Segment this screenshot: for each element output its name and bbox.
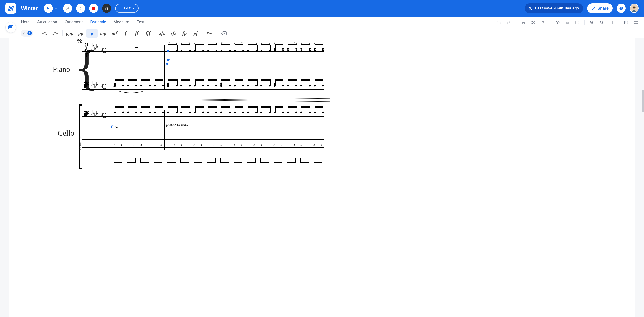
tab-fret[interactable]: 3 bbox=[306, 143, 308, 147]
tab-fret[interactable]: 3 bbox=[220, 143, 222, 147]
tab-fret[interactable]: 3 bbox=[253, 143, 255, 147]
decrescendo-button[interactable] bbox=[50, 29, 61, 38]
tab-fret[interactable]: 3 bbox=[213, 143, 215, 147]
rhythm-stem bbox=[176, 158, 176, 163]
zoom-in-button[interactable] bbox=[588, 18, 596, 27]
cello-expression[interactable]: poco cresc. bbox=[166, 121, 188, 127]
edit-mode-button[interactable]: Edit bbox=[115, 4, 138, 13]
midi-settings-button[interactable] bbox=[102, 4, 111, 13]
app-logo[interactable] bbox=[5, 3, 16, 14]
tab-fret[interactable]: 3 bbox=[186, 143, 188, 147]
rhythm-beam bbox=[127, 162, 136, 163]
tab-fret[interactable]: 3 bbox=[273, 143, 275, 147]
tab-fret[interactable]: 3 bbox=[293, 143, 295, 147]
tab-fret[interactable]: 3 bbox=[173, 143, 175, 147]
tab-fret[interactable]: 3 bbox=[260, 143, 262, 147]
tab-fret[interactable]: 3 bbox=[233, 143, 235, 147]
delete-dynamic-button[interactable] bbox=[218, 29, 230, 38]
tab-fret[interactable]: 3 bbox=[113, 143, 115, 147]
help-button[interactable]: ? bbox=[617, 4, 626, 13]
dynamic-fff[interactable]: fff bbox=[142, 29, 154, 38]
tab-fret[interactable]: 3 bbox=[266, 143, 268, 147]
tab-measure[interactable]: Measure bbox=[113, 18, 130, 26]
download-button[interactable] bbox=[554, 18, 562, 27]
beam bbox=[235, 106, 244, 107]
tab-fret[interactable]: 3 bbox=[200, 143, 202, 147]
keyboard-button[interactable] bbox=[632, 18, 640, 27]
tab-fret[interactable]: 3 bbox=[280, 143, 282, 147]
svg-point-32 bbox=[88, 84, 89, 85]
stem bbox=[177, 45, 178, 51]
dynamic-f[interactable]: f bbox=[120, 29, 131, 38]
tab-fret[interactable]: 3 bbox=[133, 143, 135, 147]
zoom-out-button[interactable] bbox=[598, 18, 606, 27]
chord-playback-button[interactable]: B♭ bbox=[63, 4, 72, 13]
save-status-button[interactable]: Last save 9 minutes ago bbox=[525, 3, 583, 13]
tab-fret[interactable]: 3 bbox=[320, 143, 322, 147]
tab-fret[interactable]: 3 bbox=[246, 143, 248, 147]
share-button[interactable]: Share bbox=[587, 3, 613, 13]
dynamic-mf[interactable]: mf bbox=[109, 29, 120, 38]
layout-button[interactable] bbox=[573, 18, 581, 27]
parts-button[interactable] bbox=[622, 18, 630, 27]
measures-view-button[interactable] bbox=[608, 18, 616, 27]
dynamic-pp[interactable]: pp bbox=[75, 29, 86, 38]
tab-fret[interactable]: 3 bbox=[180, 143, 182, 147]
tab-fret[interactable]: 3 bbox=[127, 143, 129, 147]
beam bbox=[221, 80, 230, 81]
tab-fret[interactable]: 3 bbox=[166, 143, 168, 147]
dynamic-mp[interactable]: mp bbox=[98, 29, 109, 38]
crescendo-button[interactable] bbox=[39, 29, 50, 38]
tab-fret[interactable]: 3 bbox=[160, 143, 162, 147]
tab-ornament[interactable]: Ornament bbox=[64, 18, 83, 26]
flat-sign: ♭ bbox=[96, 45, 98, 48]
scrollbar-thumb[interactable] bbox=[642, 90, 644, 112]
rhythm-stem bbox=[229, 158, 229, 163]
dynamic-ff[interactable]: ff bbox=[131, 29, 142, 38]
user-avatar[interactable] bbox=[630, 4, 639, 13]
tab-fret[interactable]: 3 bbox=[226, 143, 228, 147]
tab-fret[interactable]: 3 bbox=[140, 143, 142, 147]
crescendo-hairpin[interactable] bbox=[166, 98, 330, 102]
tab-articulation[interactable]: Articulation bbox=[37, 18, 58, 26]
cello-dynamic-p[interactable]: p bbox=[111, 123, 114, 129]
redo-button[interactable] bbox=[505, 18, 513, 27]
voice-selector[interactable]: 1 bbox=[20, 30, 33, 37]
tab-fret[interactable]: 3 bbox=[193, 143, 195, 147]
audio-button[interactable] bbox=[76, 4, 85, 13]
tab-fret[interactable]: 3 bbox=[154, 143, 156, 147]
document-title[interactable]: Winter bbox=[21, 5, 38, 12]
tab-note[interactable]: Note bbox=[20, 18, 30, 26]
rhythm-stem bbox=[149, 158, 149, 163]
print-button[interactable] bbox=[564, 18, 572, 27]
play-options-dropdown[interactable] bbox=[53, 4, 59, 13]
barline bbox=[324, 110, 324, 150]
tab-fret[interactable]: 3 bbox=[240, 143, 242, 147]
undo-button[interactable] bbox=[495, 18, 503, 27]
tab-fret[interactable]: 3 bbox=[286, 143, 289, 147]
pedal-button[interactable]: Ped. bbox=[204, 29, 216, 38]
dynamic-fp[interactable]: fp bbox=[179, 29, 190, 38]
instrument-panel-toggle[interactable] bbox=[5, 22, 16, 33]
paste-button[interactable] bbox=[539, 18, 547, 27]
piano-dynamic-p[interactable]: p bbox=[166, 61, 168, 66]
beam bbox=[314, 79, 324, 80]
tab-dynamic[interactable]: Dynamic bbox=[90, 18, 106, 26]
copy-button[interactable] bbox=[519, 18, 527, 27]
dynamic-p[interactable]: p bbox=[86, 29, 98, 38]
dynamic-sfz[interactable]: sfz bbox=[156, 29, 168, 38]
tab-fret[interactable]: 3 bbox=[120, 143, 122, 147]
play-button[interactable] bbox=[44, 4, 53, 13]
score-page[interactable]: % Piano { Cello p p ➤ poco cresc. ♭♭♭♭♭♭… bbox=[9, 38, 635, 317]
tab-fret[interactable]: 3 bbox=[313, 143, 315, 147]
dynamic-rfz[interactable]: rfz bbox=[168, 29, 179, 38]
dynamic-ppp[interactable]: ppp bbox=[64, 29, 75, 38]
tab-fret[interactable]: 3 bbox=[207, 143, 209, 147]
tab-text[interactable]: Text bbox=[136, 18, 145, 26]
tab-fret[interactable]: 3 bbox=[300, 143, 302, 147]
tab-fret[interactable]: 3 bbox=[147, 143, 149, 147]
dynamic-pf[interactable]: pf bbox=[190, 29, 201, 38]
record-button[interactable] bbox=[89, 4, 98, 13]
cut-button[interactable] bbox=[529, 18, 537, 27]
beam bbox=[141, 106, 150, 107]
